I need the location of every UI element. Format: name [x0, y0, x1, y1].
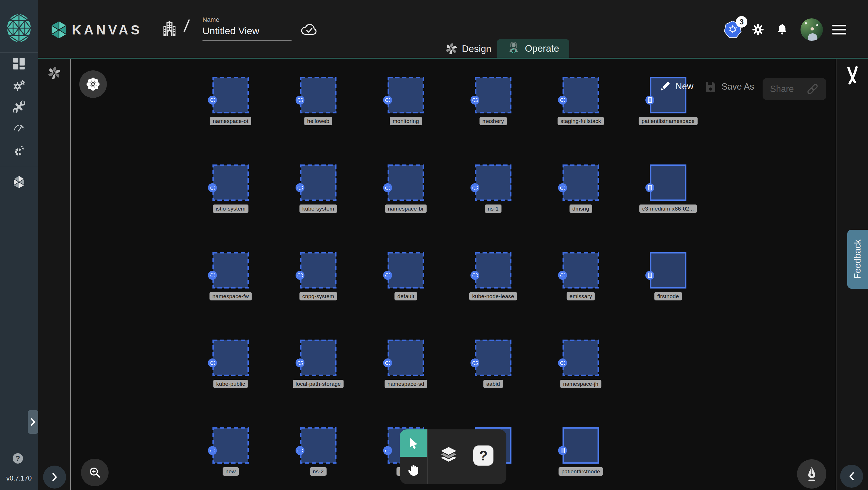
canvas-node-namespace-fw[interactable]: namespace-fw — [212, 252, 249, 289]
canvas-node-monitoring[interactable]: monitoring — [388, 77, 424, 114]
help-question-glyph: ? — [16, 454, 20, 463]
design-swirl-icon — [445, 43, 457, 55]
node-shape — [300, 77, 337, 114]
canvas-node-dmsng[interactable]: dmsng — [562, 164, 599, 201]
notifications-bell-icon[interactable] — [776, 23, 789, 36]
canvas-node-namespace-br[interactable]: namespace-br — [388, 164, 424, 201]
namespace-badge-icon — [208, 446, 217, 455]
canvas-node-meshery[interactable]: meshery — [475, 77, 512, 114]
namespace-badge-icon — [296, 446, 305, 455]
annotate-pen-button[interactable] — [797, 459, 826, 489]
node-shape — [650, 252, 686, 289]
cursor-select-icon — [408, 437, 420, 450]
canvas-node-ns-2[interactable]: ns-2 — [300, 427, 337, 464]
zoom-in-button[interactable] — [81, 459, 108, 486]
canvas-node-staging-fullstack[interactable]: staging-fullstack — [562, 77, 599, 114]
canvas-node-ns-1[interactable]: ns-1 — [475, 164, 512, 201]
settings-gear-icon[interactable] — [751, 23, 765, 36]
share-label: Share — [770, 84, 794, 94]
view-name-input[interactable] — [203, 25, 291, 40]
sidebar-item-lifecycle-icon[interactable] — [12, 79, 26, 92]
canvas-node-aabid[interactable]: aabid — [475, 339, 512, 376]
toolbar-help-button[interactable]: ? — [473, 446, 493, 466]
meshery-logo-icon[interactable] — [6, 13, 32, 43]
canvas-node-kube-public[interactable]: kube-public — [212, 339, 249, 376]
sidebar-item-extensions-icon[interactable] — [12, 144, 26, 157]
canvas-node-patientfirstnode[interactable]: patientfirstnode — [562, 427, 599, 464]
feedback-tab[interactable]: Feedback — [847, 230, 868, 289]
save-as-button[interactable]: Save As — [704, 81, 754, 93]
node-label: emissary — [567, 292, 595, 300]
canvas-node-emissary[interactable]: emissary — [562, 252, 599, 289]
canvas-node-c3-medium-x86-02...[interactable]: c3-medium-x86-02... — [650, 164, 686, 201]
feedback-label: Feedback — [852, 240, 863, 279]
select-tool-button[interactable] — [400, 429, 427, 457]
tab-design[interactable]: Design — [441, 40, 495, 58]
sidebar-item-kanvas-icon[interactable] — [12, 176, 26, 189]
view-name-label: Name — [203, 16, 291, 24]
canvas-node-namespace-sd[interactable]: namespace-sd — [388, 339, 424, 376]
kubernetes-context-switcher[interactable]: 3 — [723, 20, 742, 39]
node-shape — [212, 427, 249, 464]
node-label: ns-2 — [310, 467, 327, 476]
canvas-node-default[interactable]: default — [388, 252, 424, 289]
node-badge-icon — [558, 446, 567, 455]
namespace-badge-icon — [383, 359, 392, 367]
hamburger-menu-icon[interactable] — [832, 25, 846, 37]
node-shape — [562, 427, 599, 464]
tab-operate[interactable]: Operate — [497, 39, 569, 58]
node-label: firstnode — [654, 292, 682, 300]
magnifier-plus-icon — [88, 466, 101, 479]
help-button[interactable]: ? — [13, 453, 23, 464]
chevron-right-icon — [30, 417, 36, 427]
namespace-badge-icon — [296, 271, 305, 280]
chain-link-icon — [806, 83, 819, 95]
node-label: local-path-storage — [293, 380, 343, 388]
namespace-badge-icon — [383, 271, 392, 280]
node-shape — [388, 77, 424, 114]
canvas-node-local-path-storage[interactable]: local-path-storage — [300, 339, 337, 376]
node-shape — [562, 339, 599, 376]
node-label: patientfirstnode — [559, 467, 603, 476]
canvas-node-namespace-jh[interactable]: namespace-jh — [562, 339, 599, 376]
sidebar-item-dashboard-icon[interactable] — [12, 57, 26, 70]
floppy-save-icon — [704, 81, 717, 93]
dock-expand-button[interactable] — [43, 466, 66, 489]
canvas-node-kube-system[interactable]: kube-system — [300, 164, 337, 201]
organization-icon[interactable] — [162, 20, 177, 37]
layers-tool-button[interactable] — [438, 445, 460, 467]
design-swirl-icon[interactable] — [48, 66, 61, 80]
dock-collapse-button[interactable] — [840, 465, 863, 488]
node-label: namespace-fw — [209, 292, 252, 300]
node-label: c3-medium-x86-02... — [639, 205, 697, 213]
node-label: staging-fullstack — [558, 117, 604, 125]
chevron-right-icon — [52, 472, 58, 482]
canvas-node-new[interactable]: new — [212, 427, 249, 464]
canvas-node-cnpg-system[interactable]: cnpg-system — [300, 252, 337, 289]
canvas-node-kube-node-lease[interactable]: kube-node-lease — [475, 252, 512, 289]
cluster-flower-button[interactable] — [79, 70, 107, 98]
sidebar-divider — [0, 52, 38, 53]
node-shape — [650, 164, 686, 201]
user-avatar[interactable] — [801, 19, 823, 41]
kanvas-brand: KANVAS — [51, 21, 142, 39]
canvas-node-helloweb[interactable]: helloweb — [300, 77, 337, 114]
operate-headset-icon — [507, 42, 520, 55]
sidebar-expand-button[interactable] — [28, 410, 38, 434]
new-button[interactable]: New — [658, 80, 693, 93]
node-shape — [300, 427, 337, 464]
canvas-node-istio-system[interactable]: istio-system — [212, 164, 249, 201]
node-label: aabid — [484, 380, 503, 388]
node-shape — [475, 77, 512, 114]
pan-tool-button[interactable] — [400, 457, 427, 484]
y-toggle-icon[interactable] — [845, 65, 860, 86]
tab-operate-label: Operate — [525, 43, 559, 54]
operate-canvas[interactable] — [71, 59, 836, 490]
share-button[interactable]: Share — [763, 78, 826, 100]
sidebar-item-performance-icon[interactable] — [12, 121, 26, 133]
canvas-node-namespace-ot[interactable]: namespace-ot — [212, 77, 249, 114]
sidebar-item-configuration-icon[interactable] — [12, 100, 26, 114]
namespace-badge-icon — [296, 359, 305, 367]
node-shape — [475, 252, 512, 289]
canvas-node-firstnode[interactable]: firstnode — [650, 252, 686, 289]
